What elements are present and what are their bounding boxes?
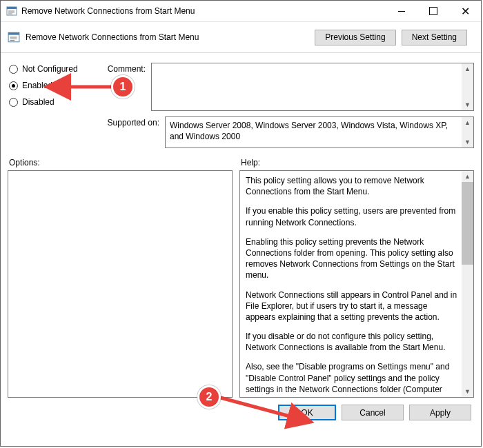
radio-label: Disabled <box>22 97 55 107</box>
scrollbar[interactable]: ▲ ▼ <box>462 171 473 397</box>
next-setting-button[interactable]: Next Setting <box>402 30 467 45</box>
radio-label: Not Configured <box>22 64 78 74</box>
help-paragraph: Network Connections still appears in Con… <box>246 289 458 323</box>
scroll-down-icon: ▼ <box>464 386 471 397</box>
policy-icon <box>6 6 17 17</box>
help-paragraph: This policy setting allows you to remove… <box>246 175 458 197</box>
state-radio-group: Not Configured Enabled Disabled <box>9 63 97 148</box>
scroll-up-icon: ▲ <box>464 171 471 182</box>
titlebar: Remove Network Connections from Start Me… <box>1 1 481 22</box>
options-label: Options: <box>9 158 241 167</box>
help-paragraph: Also, see the "Disable programs on Setti… <box>246 361 458 398</box>
comment-textarea[interactable]: ▲ ▼ <box>151 63 474 111</box>
not-configured-radio[interactable]: Not Configured <box>9 64 97 74</box>
svg-rect-1 <box>7 7 17 9</box>
previous-setting-button[interactable]: Previous Setting <box>315 30 395 45</box>
window-title: Remove Network Connections from Start Me… <box>21 6 386 16</box>
minimize-button[interactable] <box>386 1 417 21</box>
panes: This policy setting allows you to remove… <box>1 170 481 398</box>
scroll-up-icon: ▲ <box>464 117 471 128</box>
disabled-radio[interactable]: Disabled <box>9 97 97 107</box>
header-row: Remove Network Connections from Start Me… <box>1 22 481 52</box>
supported-on-label: Supported on: <box>97 116 161 128</box>
help-paragraph: If you disable or do not configure this … <box>246 331 458 353</box>
scroll-down-icon: ▼ <box>464 99 471 110</box>
scrollbar-thumb[interactable] <box>462 182 473 265</box>
comment-label: Comment: <box>97 63 147 74</box>
policy-name: Remove Network Connections from Start Me… <box>26 32 315 42</box>
help-label: Help: <box>241 158 473 167</box>
scroll-up-icon: ▲ <box>464 63 471 74</box>
separator <box>1 52 481 53</box>
options-pane <box>8 170 233 398</box>
dialog-buttons: OK Cancel Apply <box>1 398 481 420</box>
ok-button[interactable]: OK <box>278 405 336 420</box>
help-pane: This policy setting allows you to remove… <box>239 170 474 398</box>
scroll-down-icon: ▼ <box>464 136 471 147</box>
svg-rect-6 <box>8 32 19 34</box>
apply-button[interactable]: Apply <box>409 405 471 420</box>
window-frame: Remove Network Connections from Start Me… <box>0 0 482 447</box>
close-button[interactable]: ✕ <box>449 1 481 21</box>
config-row: Not Configured Enabled Disabled Comment:… <box>1 59 481 148</box>
policy-icon <box>8 31 20 43</box>
help-paragraph: If you enable this policy setting, users… <box>246 205 458 227</box>
scrollbar[interactable]: ▲ ▼ <box>462 117 473 147</box>
enabled-radio[interactable]: Enabled <box>9 81 97 90</box>
radio-icon <box>9 65 18 74</box>
pane-labels: Options: Help: <box>1 155 481 170</box>
radio-icon <box>9 81 18 90</box>
radio-label: Enabled <box>22 81 52 90</box>
scrollbar[interactable]: ▲ ▼ <box>462 63 473 110</box>
supported-on-box: Windows Server 2008, Windows Server 2003… <box>165 116 474 148</box>
supported-on-value: Windows Server 2008, Windows Server 2003… <box>170 120 460 145</box>
maximize-button[interactable] <box>417 1 449 21</box>
cancel-button[interactable]: Cancel <box>342 405 404 420</box>
radio-icon <box>9 98 18 107</box>
help-paragraph: Enabling this policy setting prevents th… <box>246 236 458 281</box>
